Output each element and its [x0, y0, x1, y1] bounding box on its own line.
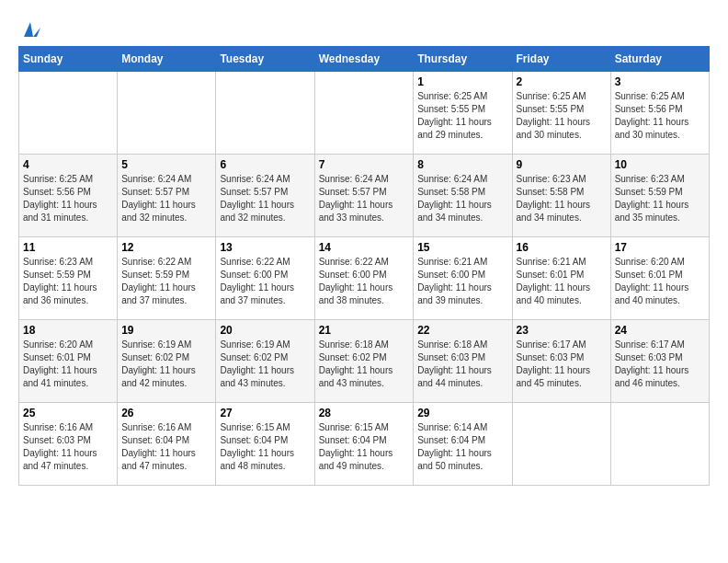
day-info: Sunrise: 6:16 AM Sunset: 6:03 PM Dayligh… — [23, 421, 113, 473]
logo — [18, 18, 40, 37]
day-info: Sunrise: 6:15 AM Sunset: 6:04 PM Dayligh… — [220, 421, 310, 473]
calendar-cell: 11Sunrise: 6:23 AM Sunset: 5:59 PM Dayli… — [19, 237, 118, 320]
calendar-header-monday: Monday — [118, 47, 216, 72]
calendar-cell: 17Sunrise: 6:20 AM Sunset: 6:01 PM Dayli… — [610, 237, 709, 320]
calendar-cell: 10Sunrise: 6:23 AM Sunset: 5:59 PM Dayli… — [610, 155, 709, 237]
day-number: 7 — [319, 158, 410, 171]
day-number: 1 — [417, 75, 507, 88]
calendar-header-sunday: Sunday — [19, 47, 118, 72]
calendar-cell: 8Sunrise: 6:24 AM Sunset: 5:58 PM Daylig… — [414, 155, 512, 237]
calendar-header-wednesday: Wednesday — [314, 47, 414, 72]
calendar-week-row: 18Sunrise: 6:20 AM Sunset: 6:01 PM Dayli… — [19, 320, 710, 403]
day-info: Sunrise: 6:22 AM Sunset: 5:59 PM Dayligh… — [121, 256, 211, 307]
calendar-header-friday: Friday — [512, 47, 610, 72]
calendar-cell: 26Sunrise: 6:16 AM Sunset: 6:04 PM Dayli… — [118, 403, 216, 486]
calendar-cell — [512, 403, 610, 486]
day-info: Sunrise: 6:20 AM Sunset: 6:01 PM Dayligh… — [23, 339, 113, 390]
calendar-cell: 4Sunrise: 6:25 AM Sunset: 5:56 PM Daylig… — [19, 155, 118, 237]
calendar-cell: 9Sunrise: 6:23 AM Sunset: 5:58 PM Daylig… — [512, 155, 610, 237]
day-number: 25 — [23, 407, 113, 419]
day-number: 2 — [517, 75, 607, 88]
day-number: 20 — [220, 324, 310, 337]
day-info: Sunrise: 6:25 AM Sunset: 5:55 PM Dayligh… — [417, 90, 507, 142]
day-number: 10 — [615, 158, 705, 171]
day-info: Sunrise: 6:24 AM Sunset: 5:58 PM Dayligh… — [417, 173, 507, 224]
day-info: Sunrise: 6:21 AM Sunset: 6:01 PM Dayligh… — [517, 256, 607, 307]
calendar-header-row: SundayMondayTuesdayWednesdayThursdayFrid… — [19, 47, 710, 72]
day-number: 28 — [319, 407, 410, 419]
calendar-week-row: 25Sunrise: 6:16 AM Sunset: 6:03 PM Dayli… — [19, 403, 710, 486]
day-number: 18 — [23, 324, 113, 337]
calendar-cell: 25Sunrise: 6:16 AM Sunset: 6:03 PM Dayli… — [19, 403, 118, 486]
day-number: 22 — [417, 324, 507, 337]
day-number: 21 — [319, 324, 410, 337]
day-number: 11 — [23, 241, 113, 254]
day-info: Sunrise: 6:24 AM Sunset: 5:57 PM Dayligh… — [319, 173, 410, 224]
day-info: Sunrise: 6:23 AM Sunset: 5:59 PM Dayligh… — [615, 173, 705, 224]
calendar-cell: 24Sunrise: 6:17 AM Sunset: 6:03 PM Dayli… — [610, 320, 709, 403]
calendar-table: SundayMondayTuesdayWednesdayThursdayFrid… — [18, 46, 710, 486]
day-info: Sunrise: 6:23 AM Sunset: 5:59 PM Dayligh… — [23, 256, 113, 307]
day-number: 12 — [121, 241, 211, 254]
day-number: 8 — [417, 158, 507, 171]
page-header — [18, 18, 710, 37]
calendar-cell: 3Sunrise: 6:25 AM Sunset: 5:56 PM Daylig… — [610, 72, 709, 155]
calendar-header-saturday: Saturday — [610, 47, 709, 72]
day-number: 29 — [417, 407, 507, 419]
day-number: 23 — [517, 324, 607, 337]
day-info: Sunrise: 6:22 AM Sunset: 6:00 PM Dayligh… — [319, 256, 410, 307]
day-info: Sunrise: 6:15 AM Sunset: 6:04 PM Dayligh… — [319, 421, 410, 473]
day-info: Sunrise: 6:25 AM Sunset: 5:56 PM Dayligh… — [615, 90, 705, 142]
day-info: Sunrise: 6:20 AM Sunset: 6:01 PM Dayligh… — [615, 256, 705, 307]
calendar-cell: 21Sunrise: 6:18 AM Sunset: 6:02 PM Dayli… — [314, 320, 414, 403]
day-info: Sunrise: 6:24 AM Sunset: 5:57 PM Dayligh… — [220, 173, 310, 224]
day-info: Sunrise: 6:25 AM Sunset: 5:55 PM Dayligh… — [517, 90, 607, 142]
calendar-cell: 1Sunrise: 6:25 AM Sunset: 5:55 PM Daylig… — [414, 72, 512, 155]
calendar-cell: 14Sunrise: 6:22 AM Sunset: 6:00 PM Dayli… — [314, 237, 414, 320]
calendar-cell: 28Sunrise: 6:15 AM Sunset: 6:04 PM Dayli… — [314, 403, 414, 486]
day-info: Sunrise: 6:22 AM Sunset: 6:00 PM Dayligh… — [220, 256, 310, 307]
calendar-cell — [19, 72, 118, 155]
day-info: Sunrise: 6:19 AM Sunset: 6:02 PM Dayligh… — [121, 339, 211, 390]
calendar-cell — [610, 403, 709, 486]
calendar-cell: 23Sunrise: 6:17 AM Sunset: 6:03 PM Dayli… — [512, 320, 610, 403]
day-number: 5 — [121, 158, 211, 171]
day-number: 17 — [615, 241, 705, 254]
day-number: 6 — [220, 158, 310, 171]
svg-marker-0 — [24, 22, 40, 37]
calendar-cell: 18Sunrise: 6:20 AM Sunset: 6:01 PM Dayli… — [19, 320, 118, 403]
day-info: Sunrise: 6:21 AM Sunset: 6:00 PM Dayligh… — [417, 256, 507, 307]
day-number: 27 — [220, 407, 310, 419]
day-number: 9 — [517, 158, 607, 171]
calendar-cell: 22Sunrise: 6:18 AM Sunset: 6:03 PM Dayli… — [414, 320, 512, 403]
logo-icon — [20, 20, 40, 37]
calendar-cell — [118, 72, 216, 155]
calendar-cell: 19Sunrise: 6:19 AM Sunset: 6:02 PM Dayli… — [118, 320, 216, 403]
calendar-cell: 29Sunrise: 6:14 AM Sunset: 6:04 PM Dayli… — [414, 403, 512, 486]
day-info: Sunrise: 6:16 AM Sunset: 6:04 PM Dayligh… — [121, 421, 211, 473]
calendar-cell: 12Sunrise: 6:22 AM Sunset: 5:59 PM Dayli… — [118, 237, 216, 320]
calendar-cell: 20Sunrise: 6:19 AM Sunset: 6:02 PM Dayli… — [216, 320, 314, 403]
calendar-header-tuesday: Tuesday — [216, 47, 314, 72]
calendar-cell: 16Sunrise: 6:21 AM Sunset: 6:01 PM Dayli… — [512, 237, 610, 320]
calendar-cell: 7Sunrise: 6:24 AM Sunset: 5:57 PM Daylig… — [314, 155, 414, 237]
day-number: 14 — [319, 241, 410, 254]
day-info: Sunrise: 6:17 AM Sunset: 6:03 PM Dayligh… — [517, 339, 607, 390]
calendar-cell — [216, 72, 314, 155]
calendar-cell — [314, 72, 414, 155]
day-number: 15 — [417, 241, 507, 254]
calendar-cell: 5Sunrise: 6:24 AM Sunset: 5:57 PM Daylig… — [118, 155, 216, 237]
day-info: Sunrise: 6:18 AM Sunset: 6:03 PM Dayligh… — [417, 339, 507, 390]
day-info: Sunrise: 6:19 AM Sunset: 6:02 PM Dayligh… — [220, 339, 310, 390]
day-info: Sunrise: 6:18 AM Sunset: 6:02 PM Dayligh… — [319, 339, 410, 390]
day-info: Sunrise: 6:25 AM Sunset: 5:56 PM Dayligh… — [23, 173, 113, 224]
day-number: 4 — [23, 158, 113, 171]
calendar-cell: 13Sunrise: 6:22 AM Sunset: 6:00 PM Dayli… — [216, 237, 314, 320]
calendar-cell: 15Sunrise: 6:21 AM Sunset: 6:00 PM Dayli… — [414, 237, 512, 320]
calendar-week-row: 11Sunrise: 6:23 AM Sunset: 5:59 PM Dayli… — [19, 237, 710, 320]
calendar-cell: 6Sunrise: 6:24 AM Sunset: 5:57 PM Daylig… — [216, 155, 314, 237]
day-number: 19 — [121, 324, 211, 337]
calendar-week-row: 1Sunrise: 6:25 AM Sunset: 5:55 PM Daylig… — [19, 72, 710, 155]
day-number: 26 — [121, 407, 211, 419]
day-info: Sunrise: 6:24 AM Sunset: 5:57 PM Dayligh… — [121, 173, 211, 224]
